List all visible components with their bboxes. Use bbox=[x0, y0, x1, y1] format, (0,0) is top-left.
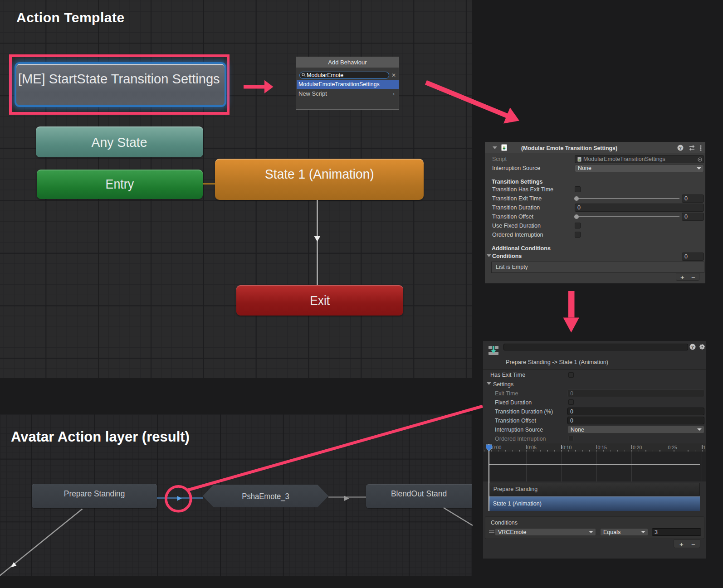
svg-text:#: # bbox=[503, 145, 505, 151]
svg-text:?: ? bbox=[679, 146, 682, 151]
svg-text:?: ? bbox=[691, 345, 694, 350]
svg-text:#: # bbox=[578, 157, 581, 161]
